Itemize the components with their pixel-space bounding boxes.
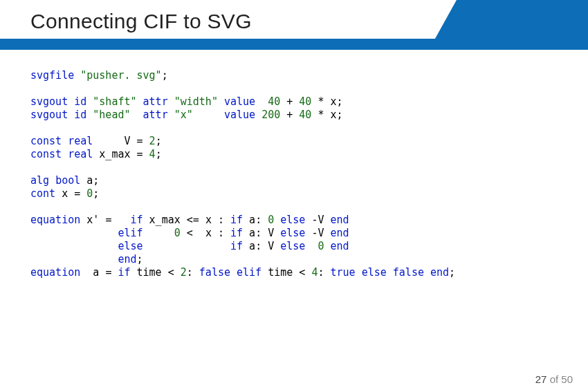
- id-a: a: [249, 240, 255, 252]
- sym-eq: =: [105, 266, 111, 279]
- id-x: x: [331, 109, 337, 121]
- sym-eq: =: [105, 214, 111, 226]
- kw-false: false: [393, 266, 424, 279]
- slide-title: Connecting CIF to SVG: [30, 10, 252, 33]
- code-block: svgfile "pusher. svg"; svgout id "shaft"…: [30, 69, 455, 279]
- id-xmax: x_max: [149, 214, 181, 226]
- id-x: x: [205, 214, 212, 226]
- sym-eq: =: [137, 148, 143, 160]
- id-V: V: [268, 227, 274, 239]
- kw-bool: bool: [55, 174, 80, 187]
- sym-semi: ;: [156, 135, 162, 147]
- num-40: 40: [299, 109, 311, 121]
- kw-else: else: [362, 266, 387, 279]
- id-a: a: [249, 227, 255, 239]
- kw-end: end: [331, 227, 349, 239]
- kw-if: if: [118, 266, 130, 279]
- num-0: 0: [318, 240, 324, 252]
- num-2: 2: [181, 266, 187, 279]
- str-pusher-svg: "pusher. svg": [80, 69, 161, 82]
- kw-end: end: [118, 253, 136, 265]
- num-200: 200: [261, 109, 280, 121]
- page-of: of: [550, 373, 559, 385]
- kw-alg: alg: [30, 174, 49, 187]
- sym-semi: ;: [93, 174, 99, 187]
- kw-svgfile: svgfile: [30, 69, 74, 82]
- sym-colon: :: [187, 266, 193, 279]
- id-xmax: x_max: [99, 148, 130, 160]
- kw-true: true: [331, 266, 356, 279]
- sym-colon: :: [218, 214, 224, 226]
- kw-real: real: [68, 148, 93, 160]
- sym-semi: ;: [93, 187, 99, 200]
- id-V: V: [318, 227, 324, 239]
- sym-colon: :: [255, 240, 261, 252]
- sym-lt: <: [168, 266, 174, 279]
- num-40: 40: [299, 95, 311, 108]
- kw-else: else: [280, 214, 305, 226]
- kw-if: if: [230, 227, 243, 239]
- sym-colon: :: [218, 227, 224, 239]
- kw-false: false: [199, 266, 230, 279]
- page-indicator: 27 of 50: [535, 373, 573, 385]
- id-V: V: [124, 135, 130, 147]
- kw-value: value: [224, 95, 255, 108]
- num-0: 0: [268, 214, 274, 226]
- sym-plus: +: [286, 109, 293, 121]
- page-total: 50: [561, 373, 573, 385]
- kw-else: else: [280, 227, 305, 239]
- sym-semi: ;: [337, 95, 343, 108]
- slide-header: Connecting CIF to SVG: [0, 0, 588, 47]
- kw-elif: elif: [237, 266, 261, 279]
- str-head: "head": [93, 109, 130, 121]
- num-2: 2: [149, 135, 156, 147]
- sym-semi: ;: [156, 148, 162, 160]
- str-x: "x": [174, 109, 193, 121]
- kw-if: if: [230, 240, 243, 252]
- sym-semi: ;: [137, 253, 143, 265]
- kw-value: value: [224, 109, 255, 121]
- id-V: V: [318, 214, 324, 226]
- kw-equation: equation: [30, 266, 80, 279]
- id-x: x: [205, 227, 212, 239]
- sym-eq: =: [74, 187, 80, 200]
- kw-if: if: [230, 214, 243, 226]
- kw-const: const: [30, 135, 62, 147]
- page-current: 27: [535, 373, 547, 385]
- id-time: time: [268, 266, 293, 279]
- id-a: a: [93, 266, 99, 279]
- kw-id: id: [74, 109, 86, 121]
- kw-end: end: [331, 240, 349, 252]
- kw-svgout: svgout: [30, 109, 68, 121]
- sym-colon: :: [255, 227, 261, 239]
- id-a: a: [86, 174, 93, 187]
- kw-id: id: [74, 95, 86, 108]
- kw-attr: attr: [143, 109, 168, 121]
- kw-if: if: [131, 214, 143, 226]
- num-0: 0: [86, 187, 93, 200]
- id-a: a: [249, 214, 255, 226]
- sym-lt: <: [299, 266, 305, 279]
- str-shaft: "shaft": [93, 95, 136, 108]
- id-x: x: [62, 187, 68, 200]
- id-V: V: [268, 240, 274, 252]
- kw-attr: attr: [143, 95, 168, 108]
- sym-colon: :: [255, 214, 261, 226]
- kw-cont: cont: [30, 187, 55, 200]
- num-0: 0: [174, 227, 181, 239]
- num-40: 40: [268, 95, 280, 108]
- sym-semi: ;: [162, 69, 168, 82]
- kw-elif: elif: [118, 227, 143, 239]
- kw-end: end: [430, 266, 449, 279]
- sym-colon: :: [318, 266, 324, 279]
- kw-else: else: [280, 240, 305, 252]
- sym-plus: +: [286, 95, 293, 108]
- header-underline: [0, 39, 588, 50]
- kw-real: real: [68, 135, 93, 147]
- sym-lt: <: [187, 227, 193, 239]
- str-width: "width": [174, 95, 218, 108]
- num-4: 4: [149, 148, 156, 160]
- sym-eq: =: [137, 135, 143, 147]
- sym-le: <=: [187, 214, 199, 226]
- kw-const: const: [30, 148, 62, 160]
